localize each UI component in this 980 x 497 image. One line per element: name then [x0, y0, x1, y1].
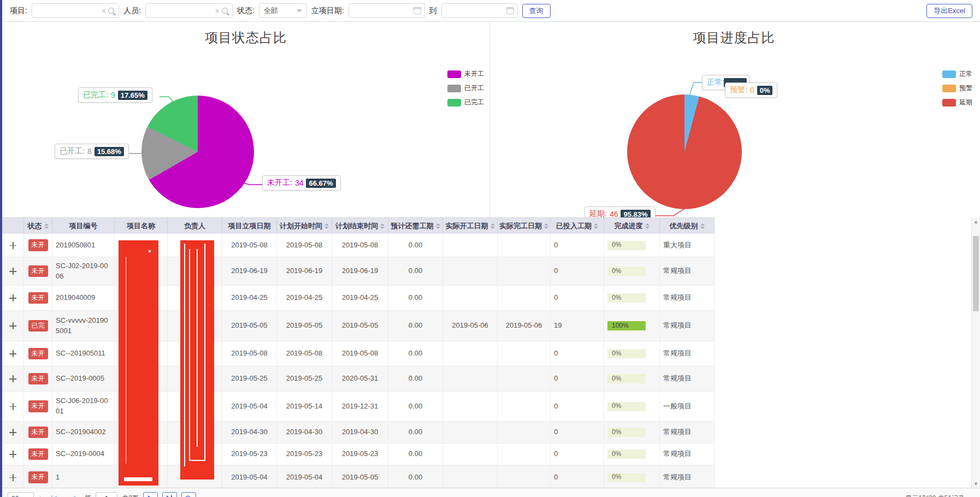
- column-header-plan_start[interactable]: 计划开始时间: [277, 218, 332, 234]
- legend-item-done[interactable]: 已完工: [447, 98, 484, 107]
- cell-date: 2019-05-08: [222, 234, 277, 257]
- sort-icon[interactable]: [324, 223, 329, 229]
- column-header-invested[interactable]: 已投入工期: [551, 218, 604, 234]
- column-header-status[interactable]: 状态: [24, 218, 52, 234]
- sort-icon[interactable]: [594, 223, 598, 229]
- drag-handle-icon[interactable]: [9, 242, 16, 249]
- cell-date: 2019-05-23: [222, 443, 277, 465]
- scroll-down-icon[interactable]: ▼: [972, 480, 980, 488]
- table-row[interactable]: 已完SC-vvvvv-2019050012019-05-052019-05-05…: [2, 311, 715, 341]
- refresh-button[interactable]: ⟳: [181, 492, 196, 497]
- sort-icon[interactable]: [645, 223, 650, 229]
- search-icon[interactable]: [108, 8, 114, 14]
- progress-pie[interactable]: [627, 94, 742, 209]
- table-row[interactable]: 未开20190508012019-05-082019-05-082019-05-…: [2, 234, 715, 257]
- drag-handle-icon[interactable]: [9, 268, 16, 275]
- drag-handle-icon[interactable]: [9, 375, 16, 382]
- column-header-priority[interactable]: 优先级别: [660, 218, 715, 234]
- scroll-up-icon[interactable]: ▲: [972, 217, 980, 226]
- cell-progress: 0%: [604, 366, 660, 391]
- column-header-label: 实际完工日期: [499, 221, 542, 231]
- table-row[interactable]: 未开SC--2019050112019-05-082019-05-082019-…: [2, 341, 715, 366]
- cell-progress: 0%: [604, 234, 660, 257]
- cell-status: 未开: [24, 422, 52, 443]
- clear-icon[interactable]: ×: [102, 7, 106, 15]
- sort-icon[interactable]: [380, 223, 385, 229]
- legend-item-delayed[interactable]: 延期: [942, 98, 972, 107]
- sort-icon[interactable]: [44, 223, 49, 229]
- export-excel-button[interactable]: 导出Excel: [926, 4, 972, 18]
- last-page-button[interactable]: [162, 492, 177, 497]
- prev-page-button[interactable]: [66, 492, 80, 497]
- drag-handle-icon[interactable]: [9, 403, 16, 410]
- query-button[interactable]: 查询: [522, 4, 551, 18]
- cell-remain: 0.00: [388, 366, 443, 391]
- calendar-icon[interactable]: [414, 7, 421, 14]
- cell-actual_end: [498, 465, 551, 489]
- sort-icon[interactable]: [436, 223, 440, 229]
- column-header-actual_start[interactable]: 实际开工日期: [443, 218, 498, 234]
- cell-priority: 常规项目: [660, 443, 715, 465]
- legend-label: 未开工: [464, 69, 484, 79]
- scrollbar-thumb[interactable]: [973, 236, 979, 311]
- table-row[interactable]: 未开SC--2019-00052019-05-252019-05-252020-…: [2, 366, 715, 392]
- cell-remain: 0.00: [388, 257, 443, 285]
- drag-handle-icon[interactable]: [9, 294, 16, 301]
- date-to-input[interactable]: [445, 4, 504, 17]
- legend-item-warning[interactable]: 预警: [942, 84, 972, 93]
- project-search-input[interactable]: [36, 4, 99, 17]
- cell-invested: 0: [551, 465, 604, 489]
- cell-progress: 0%: [604, 443, 660, 465]
- callout-value: 9: [111, 91, 115, 99]
- table-row[interactable]: 未开20190400092019-04-252019-04-252019-04-…: [2, 286, 715, 311]
- date-from-input[interactable]: [352, 4, 411, 17]
- first-page-button[interactable]: [46, 492, 61, 497]
- page-size-select[interactable]: 30: [8, 492, 34, 497]
- date-to-field[interactable]: [441, 3, 518, 18]
- column-header-label: 计划开始时间: [280, 221, 322, 231]
- cell-status: 未开: [24, 257, 52, 285]
- legend-item-normal[interactable]: 正常: [942, 69, 972, 79]
- column-header-progress[interactable]: 完成进度: [604, 218, 660, 234]
- column-header-remain[interactable]: 预计还需工期: [388, 218, 443, 234]
- sort-icon[interactable]: [491, 223, 495, 229]
- column-header-actual_end[interactable]: 实际完工日期: [498, 218, 551, 234]
- table-row[interactable]: 未开SC--2019-00042019-05-232019-05-232019-…: [2, 443, 715, 465]
- drag-handle-icon[interactable]: [9, 451, 16, 458]
- table-row[interactable]: 未开SC-J02-2019-00062019-06-192019-06-1920…: [2, 257, 715, 286]
- project-table: 状态项目编号项目名称负责人项目立项日期计划开始时间计划结束时间预计还需工期实际开…: [2, 217, 715, 490]
- next-page-button[interactable]: [143, 492, 158, 497]
- legend-swatch: [942, 85, 956, 92]
- person-search-field[interactable]: ×: [145, 3, 233, 18]
- table-row[interactable]: 未开SC--2019040022019-04-302019-04-302019-…: [2, 422, 715, 443]
- table-scrollbar[interactable]: ▲ ▼: [971, 217, 980, 488]
- person-search-input[interactable]: [149, 4, 213, 17]
- sort-icon[interactable]: [544, 223, 548, 229]
- status-select[interactable]: 全部: [259, 3, 307, 18]
- cell-priority: 常规项目: [660, 422, 715, 443]
- cell-remain: 0.00: [388, 286, 443, 310]
- table-row[interactable]: 未开SC-J06-2019-00012019-05-042019-05-1420…: [2, 392, 715, 422]
- cell-plan_end: 2020-05-31: [332, 366, 388, 391]
- calendar-icon[interactable]: [506, 7, 514, 14]
- legend-item-notstarted[interactable]: 未开工: [447, 69, 484, 79]
- cell-progress: 0%: [604, 422, 660, 443]
- project-search-field[interactable]: ×: [32, 3, 119, 18]
- drag-handle-icon[interactable]: [9, 350, 16, 357]
- clear-icon[interactable]: ×: [215, 7, 220, 15]
- cell-priority: 常规项目: [660, 341, 715, 366]
- drag-handle-icon[interactable]: [9, 474, 16, 481]
- column-header-plan_end[interactable]: 计划结束时间: [332, 218, 388, 234]
- drag-handle-icon[interactable]: [9, 322, 16, 329]
- legend-item-started[interactable]: 已开工: [447, 84, 484, 93]
- drag-handle-icon[interactable]: [9, 429, 16, 436]
- cell-progress: 0%: [604, 257, 660, 285]
- sort-icon[interactable]: [700, 223, 705, 229]
- page-number-input[interactable]: [96, 492, 117, 497]
- cell-actual_start: [443, 392, 498, 421]
- table-row[interactable]: 未开12019-05-042019-05-042019-05-050.0000%…: [2, 465, 715, 490]
- date-from-field[interactable]: [349, 3, 425, 18]
- cell-status: 未开: [24, 392, 52, 421]
- status-pie[interactable]: [141, 96, 254, 208]
- search-icon[interactable]: [222, 8, 228, 14]
